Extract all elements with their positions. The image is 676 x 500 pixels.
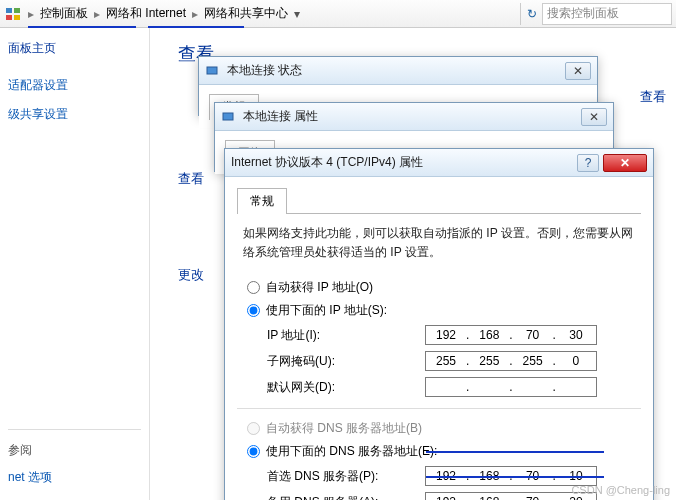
info-text: 如果网络支持此功能，则可以获取自动指派的 IP 设置。否则，您需要从网络系统管理… xyxy=(243,224,635,262)
close-button[interactable]: ✕ xyxy=(603,154,647,172)
sidebar-link-adapter-settings[interactable]: 适配器设置 xyxy=(8,71,141,100)
radio-label: 自动获得 DNS 服务器地址(B) xyxy=(266,420,422,437)
breadcrumb-item[interactable]: 控制面板 xyxy=(36,5,92,22)
label-dns1: 首选 DNS 服务器(P): xyxy=(267,468,425,485)
radio-label: 使用下面的 IP 地址(S): xyxy=(266,302,387,319)
svg-rect-2 xyxy=(6,15,12,20)
refresh-icon[interactable]: ↻ xyxy=(520,3,542,25)
dialog-title: Internet 协议版本 4 (TCP/IPv4) 属性 xyxy=(231,154,573,171)
dialog-tcpipv4-properties: Internet 协议版本 4 (TCP/IPv4) 属性 ? ✕ 常规 如果网… xyxy=(224,148,654,500)
bg-text: 查看 xyxy=(178,170,204,188)
radio-input[interactable] xyxy=(247,445,260,458)
network-icon xyxy=(221,109,237,125)
annotation-underline xyxy=(426,451,604,453)
chevron-right-icon: ▸ xyxy=(190,7,200,21)
ip-mode-group: 自动获得 IP 地址(O) 使用下面的 IP 地址(S): IP 地址(I): … xyxy=(247,276,641,400)
label-dns2: 备用 DNS 服务器(A): xyxy=(267,494,425,500)
dialog-title: 本地连接 状态 xyxy=(227,62,561,79)
control-panel-icon xyxy=(4,5,22,23)
titlebar[interactable]: Internet 协议版本 4 (TCP/IPv4) 属性 ? ✕ xyxy=(225,149,653,177)
label-mask: 子网掩码(U): xyxy=(267,353,425,370)
radio-input[interactable] xyxy=(247,281,260,294)
close-button[interactable]: ✕ xyxy=(565,62,591,80)
sidebar: 面板主页 适配器设置 级共享设置 参阅 net 选项 xyxy=(0,28,150,500)
bg-text: 查看 xyxy=(640,88,666,106)
svg-rect-3 xyxy=(14,15,20,20)
radio-dns-auto: 自动获得 DNS 服务器地址(B) xyxy=(247,417,641,440)
radio-input[interactable] xyxy=(247,304,260,317)
breadcrumb-item[interactable]: 网络和共享中心 xyxy=(200,5,292,22)
chevron-right-icon: ▸ xyxy=(26,7,36,21)
breadcrumb-item[interactable]: 网络和 Internet xyxy=(102,5,190,22)
radio-input xyxy=(247,422,260,435)
sidebar-link-advanced-sharing[interactable]: 级共享设置 xyxy=(8,100,141,129)
help-button[interactable]: ? xyxy=(577,154,599,172)
titlebar[interactable]: 本地连接 状态 ✕ xyxy=(199,57,597,85)
network-icon xyxy=(205,63,221,79)
breadcrumb: ▸ 控制面板 ▸ 网络和 Internet ▸ 网络和共享中心 ▾ ↻ 搜索控制… xyxy=(0,0,676,28)
watermark: CSDN @Cheng-ling xyxy=(571,484,670,496)
sidebar-link-inet-options[interactable]: net 选项 xyxy=(8,463,141,492)
svg-rect-0 xyxy=(6,8,12,13)
titlebar[interactable]: 本地连接 属性 ✕ xyxy=(215,103,613,131)
sidebar-footer-seealso: 参阅 xyxy=(8,438,141,463)
svg-rect-1 xyxy=(14,8,20,13)
annotation-underline xyxy=(426,476,604,478)
radio-label: 使用下面的 DNS 服务器地址(E): xyxy=(266,443,437,460)
sidebar-title: 面板主页 xyxy=(8,40,141,57)
annotation-underline xyxy=(148,26,244,28)
dialog-title: 本地连接 属性 xyxy=(243,108,577,125)
radio-label: 自动获得 IP 地址(O) xyxy=(266,279,373,296)
svg-rect-4 xyxy=(207,67,217,74)
tab-general[interactable]: 常规 xyxy=(237,188,287,214)
radio-ip-auto[interactable]: 自动获得 IP 地址(O) xyxy=(247,276,641,299)
gateway-field[interactable]: ... xyxy=(425,377,597,397)
radio-ip-manual[interactable]: 使用下面的 IP 地址(S): xyxy=(247,299,641,322)
label-ip: IP 地址(I): xyxy=(267,327,425,344)
search-input[interactable]: 搜索控制面板 xyxy=(542,3,672,25)
subnet-mask-field[interactable]: 255.255.255.0 xyxy=(425,351,597,371)
ip-address-field[interactable]: 192.168.70.30 xyxy=(425,325,597,345)
bg-text: 更改 xyxy=(178,266,204,284)
svg-rect-5 xyxy=(223,113,233,120)
chevron-right-icon: ▸ xyxy=(92,7,102,21)
close-button[interactable]: ✕ xyxy=(581,108,607,126)
label-gateway: 默认网关(D): xyxy=(267,379,425,396)
dropdown-icon[interactable]: ▾ xyxy=(292,7,302,21)
